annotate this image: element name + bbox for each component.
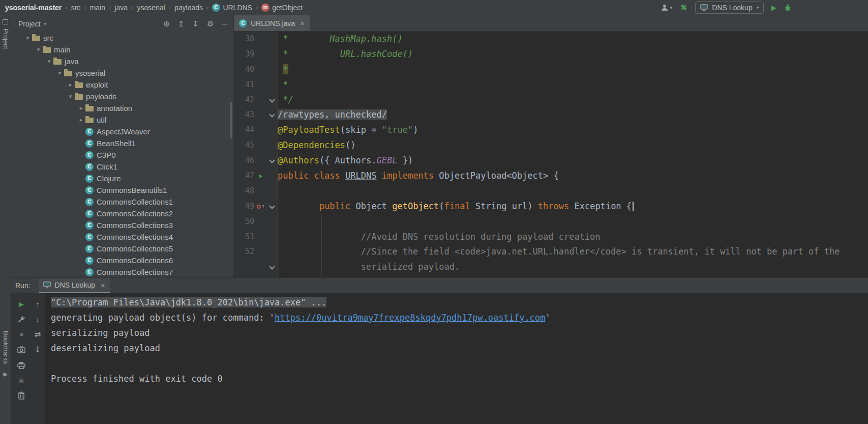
tree-item-click1[interactable]: CClick1 (11, 161, 233, 173)
fold-marker-icon[interactable] (267, 153, 278, 168)
breadcrumb: ysoserial-master›src›main›java›ysoserial… (0, 4, 303, 12)
code-line[interactable]: 49↑ public Object getObject(final String… (234, 199, 868, 214)
code-line[interactable]: 51 //Avoid DNS resolution during payload… (234, 230, 868, 245)
fold-marker-icon[interactable] (267, 107, 278, 123)
expand-all-icon[interactable]: ↥ (178, 19, 185, 29)
code-line[interactable]: 42 */ (234, 93, 868, 108)
tree-item-util[interactable]: ▸util (11, 114, 233, 126)
chevron-down-icon[interactable]: ▾ (66, 93, 75, 100)
breadcrumb-item[interactable]: java (114, 4, 128, 12)
down-stack-trace-button[interactable]: ↓ (36, 315, 40, 324)
tree-item-clojure[interactable]: CClojure (11, 173, 233, 184)
fold-marker-icon[interactable] (267, 260, 278, 275)
locate-file-icon[interactable]: ⊕ (163, 19, 170, 29)
run-tab-dns-lookup[interactable]: DNS Lookup × (39, 278, 110, 293)
build-project-button[interactable] (679, 3, 688, 12)
code-line[interactable]: serialized payload. (234, 260, 868, 275)
up-stack-trace-button[interactable]: ↑ (36, 300, 40, 308)
tree-item-ysoserial[interactable]: ▾ysoserial (11, 67, 233, 79)
kill-process-icon[interactable]: ☠ (18, 376, 25, 384)
code-line[interactable]: 39 * URL.hashCode() (234, 47, 868, 62)
chevron-right-icon[interactable]: ▸ (77, 105, 85, 111)
chevron-down-icon[interactable]: ▾ (23, 35, 32, 41)
breadcrumb-item[interactable]: mgetObject (261, 4, 303, 12)
gear-icon[interactable]: ⚙ (207, 19, 214, 29)
tree-item-main[interactable]: ▾main (11, 44, 233, 55)
project-tool-icon[interactable] (3, 19, 8, 24)
project-scrollbar[interactable] (230, 102, 232, 138)
code-line[interactable]: 41 * (234, 77, 868, 93)
tree-item-exploit[interactable]: ▸exploit (11, 79, 233, 91)
run-configuration-select[interactable]: DNS Lookup ▾ (695, 2, 764, 14)
close-icon[interactable]: × (300, 19, 305, 27)
tree-item-commonscollections6[interactable]: CCommonsCollections6 (11, 255, 233, 266)
chevron-right-icon[interactable]: ▸ (66, 81, 75, 88)
breadcrumb-separator-icon: › (84, 4, 86, 11)
override-gutter-icon[interactable]: ↑ (254, 199, 267, 214)
run-button[interactable]: ▶ (771, 4, 776, 12)
tree-item-commonsbeanutils1[interactable]: CCommonsBeanutils1 (11, 184, 233, 196)
tree-item-commonscollections5[interactable]: CCommonsCollections5 (11, 243, 233, 255)
project-view-dropdown[interactable]: Project ▾ (18, 20, 46, 28)
scroll-to-end-button[interactable]: ↧ (35, 345, 41, 354)
folder-icon (32, 36, 40, 41)
bookmark-icon[interactable]: ⚑ (2, 372, 8, 379)
tree-item-aspectjweaver[interactable]: CAspectJWeaver (11, 126, 233, 137)
breadcrumb-item[interactable]: ysoserial (137, 4, 165, 12)
tree-item-payloads[interactable]: ▾payloads (11, 91, 233, 102)
code-line[interactable]: 47▶public class URLDNS implements Object… (234, 168, 868, 184)
tree-item-c3p0[interactable]: CC3P0 (11, 149, 233, 161)
code-line[interactable]: 50 (234, 214, 868, 230)
debug-button[interactable] (784, 4, 792, 12)
tree-item-java[interactable]: ▾java (11, 55, 233, 67)
code-line[interactable]: 43/rawtypes, unchecked/ (234, 107, 868, 123)
fold-marker-icon[interactable] (267, 199, 278, 214)
user-menu-button[interactable]: ▾ (661, 4, 673, 12)
tree-item-commonscollections3[interactable]: CCommonsCollections3 (11, 219, 233, 231)
print-button[interactable] (17, 361, 25, 369)
chevron-down-icon[interactable]: ▾ (55, 70, 64, 76)
breadcrumb-item[interactable]: CURLDNS (212, 4, 252, 12)
code-line[interactable]: 46@Authors({ Authors.GEBL }) (234, 153, 868, 168)
dump-threads-button[interactable] (17, 346, 25, 353)
soft-wrap-button[interactable]: ⇄ (35, 330, 41, 339)
tree-item-src[interactable]: ▾src (11, 32, 233, 44)
chevron-down-icon[interactable]: ▾ (45, 58, 53, 65)
breadcrumb-item[interactable]: ysoserial-master (5, 4, 62, 12)
tree-item-commonscollections1[interactable]: CCommonsCollections1 (11, 196, 233, 208)
editor-tab-urldns[interactable]: C URLDNS.java × (234, 15, 310, 31)
chevron-right-icon[interactable]: ▸ (77, 117, 85, 123)
tree-item-commonscollections7[interactable]: CCommonsCollections7 (11, 266, 233, 277)
tree-item-annotation[interactable]: ▸annotation (11, 102, 233, 114)
code-line[interactable]: 40 * (234, 62, 868, 77)
collapse-all-icon[interactable]: ↧ (192, 19, 199, 29)
code-line[interactable]: 45@Dependencies() (234, 138, 868, 153)
console-link[interactable]: https://0uvitra9may7frexpe8skqdy7pdh17pw… (275, 313, 545, 323)
code-line[interactable]: 44@PayloadTest(skip = "true") (234, 123, 868, 138)
editor-code[interactable]: 38 * HashMap.hash()39 * URL.hashCode()40… (234, 32, 868, 277)
fold-marker-icon[interactable] (267, 93, 278, 108)
tree-item-beanshell1[interactable]: CBeanShell1 (11, 137, 233, 149)
hide-panel-icon[interactable]: ─ (222, 19, 227, 29)
tree-item-commonscollections4[interactable]: CCommonsCollections4 (11, 231, 233, 243)
chevron-down-icon[interactable]: ▾ (34, 46, 43, 53)
run-gutter-icon[interactable]: ▶ (254, 168, 267, 184)
code-line[interactable]: 38 * HashMap.hash() (234, 32, 868, 47)
edit-configuration-button[interactable] (17, 315, 25, 323)
gutter-slot (254, 77, 267, 93)
tree-item-commonscollections2[interactable]: CCommonsCollections2 (11, 208, 233, 219)
console-output[interactable]: "C:\Program Files\Java\jdk1.8.0_202\bin\… (45, 293, 868, 424)
stripe-button-project[interactable]: Project (2, 29, 10, 49)
rerun-button[interactable]: ▶ (19, 300, 24, 308)
breadcrumb-item[interactable]: src (71, 4, 81, 12)
clear-console-button[interactable] (18, 391, 25, 400)
breadcrumb-item[interactable]: payloads (174, 4, 203, 12)
breadcrumb-item[interactable]: main (90, 4, 105, 12)
close-icon[interactable]: × (101, 281, 105, 290)
code-line[interactable]: 52 //Since the field <code>java.net.URL.… (234, 244, 868, 260)
hammer-icon (679, 3, 688, 12)
stop-button[interactable]: ■ (19, 331, 23, 338)
code-line[interactable]: 48 (234, 184, 868, 199)
stripe-button-bookmarks[interactable]: Bookmarks (2, 331, 10, 364)
run-panel-header: Run: DNS Lookup × (11, 278, 868, 293)
